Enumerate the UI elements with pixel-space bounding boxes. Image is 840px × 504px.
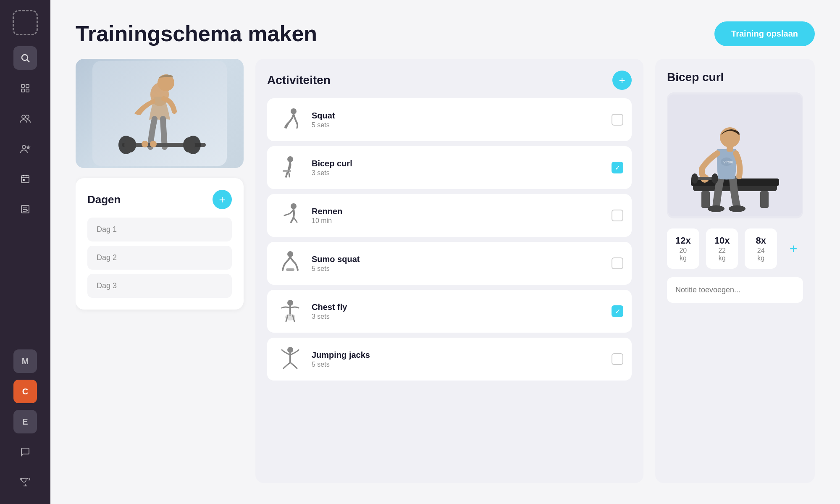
svg-rect-14 [23, 179, 24, 181]
activity-checkbox[interactable] [612, 257, 623, 269]
set-reps: 10x [714, 235, 730, 246]
activity-name: Sumo squat [312, 255, 605, 264]
calendar-icon[interactable] [13, 167, 37, 191]
days-header: Dagen + [87, 190, 232, 209]
set-item[interactable]: 10x22 kg [706, 228, 738, 269]
svg-rect-3 [26, 84, 29, 87]
note-input[interactable] [667, 277, 803, 303]
activity-item[interactable]: Squat5 sets [267, 98, 632, 141]
activity-item[interactable]: Sumo squat5 sets [267, 242, 632, 285]
svg-line-1 [27, 60, 30, 63]
grid-icon[interactable] [13, 76, 37, 100]
activity-item[interactable]: Jumping jacks5 sets [267, 338, 632, 381]
page-title: Trainingschema maken [76, 21, 317, 46]
svg-rect-2 [21, 84, 24, 87]
activity-checkbox[interactable] [612, 353, 623, 365]
left-panel: Dagen + Dag 1Dag 2Dag 3 [76, 59, 244, 483]
trophy-icon[interactable] [13, 470, 37, 494]
svg-point-33 [287, 251, 293, 257]
add-activity-button[interactable]: + [612, 71, 632, 90]
activity-detail: 5 sets [312, 121, 605, 129]
group-icon[interactable] [13, 107, 37, 130]
svg-rect-31 [283, 170, 291, 172]
activity-info: Bicep curl3 sets [312, 159, 605, 177]
svg-point-51 [691, 173, 698, 184]
svg-point-52 [711, 173, 718, 184]
set-item[interactable]: 12x20 kg [667, 228, 699, 269]
day-item[interactable]: Dag 3 [87, 274, 232, 298]
svg-point-37 [287, 347, 293, 353]
svg-point-0 [22, 55, 28, 60]
activity-name: Squat [312, 111, 605, 121]
svg-point-30 [287, 156, 293, 162]
bicep-curl-figure: Virtue [668, 94, 802, 216]
svg-rect-41 [760, 191, 769, 208]
set-reps: 8x [753, 235, 769, 246]
activity-figure [276, 105, 305, 134]
svg-point-6 [22, 115, 25, 118]
activity-item[interactable]: Chest fly3 sets✓ [267, 290, 632, 333]
svg-rect-40 [701, 191, 710, 208]
svg-rect-34 [286, 268, 294, 271]
svg-point-27 [142, 141, 148, 147]
activities-panel: Activiteiten + Squat5 setsBicep curl3 se… [255, 59, 643, 483]
svg-rect-5 [26, 89, 29, 92]
svg-rect-10 [21, 176, 29, 183]
activity-checkbox[interactable] [612, 210, 623, 221]
activities-list: Squat5 setsBicep curl3 sets✓Rennen10 min… [267, 98, 632, 471]
search-icon[interactable] [13, 46, 37, 70]
chat-icon[interactable] [13, 440, 37, 464]
svg-point-43 [708, 205, 724, 212]
activity-name: Chest fly [312, 302, 605, 312]
activity-detail: 3 sets [312, 313, 605, 320]
exercise-image: Virtue [667, 92, 803, 218]
svg-text:Virtue: Virtue [723, 160, 733, 164]
svg-rect-4 [21, 89, 24, 92]
svg-point-32 [291, 203, 297, 209]
svg-point-8 [22, 145, 26, 149]
star-user-icon[interactable] [13, 137, 37, 160]
day-item[interactable]: Dag 2 [87, 246, 232, 270]
set-item[interactable]: 8x24 kg [745, 228, 777, 269]
svg-point-29 [291, 108, 297, 114]
sets-row: 12x20 kg10x22 kg8x24 kg+ [667, 228, 803, 269]
e-avatar[interactable]: E [13, 410, 37, 433]
activity-figure [276, 249, 305, 278]
exercise-detail-panel: Bicep curl [655, 59, 815, 483]
svg-point-24 [124, 137, 136, 152]
m-avatar[interactable]: M [13, 349, 37, 373]
days-card: Dagen + Dag 1Dag 2Dag 3 [76, 178, 244, 310]
set-weight: 22 kg [714, 247, 730, 262]
days-title: Dagen [87, 193, 121, 206]
days-list: Dag 1Dag 2Dag 3 [87, 218, 232, 298]
activity-checkbox[interactable]: ✓ [612, 162, 623, 173]
activity-detail: 5 sets [312, 361, 605, 368]
activity-item[interactable]: Rennen10 min [267, 194, 632, 237]
sidebar: M C E [0, 0, 50, 504]
activity-checkbox[interactable]: ✓ [612, 305, 623, 317]
activity-detail: 3 sets [312, 169, 605, 177]
activity-info: Jumping jacks5 sets [312, 350, 605, 368]
activity-checkbox[interactable] [612, 114, 623, 126]
activity-name: Rennen [312, 207, 605, 216]
activities-title: Activiteiten [267, 74, 331, 87]
logo-icon [13, 10, 38, 35]
activity-item[interactable]: Bicep curl3 sets✓ [267, 146, 632, 189]
svg-point-44 [729, 205, 746, 212]
svg-point-7 [26, 115, 29, 118]
activity-figure [276, 344, 305, 374]
svg-point-28 [150, 141, 157, 147]
add-set-button[interactable]: + [784, 239, 803, 258]
activity-info: Squat5 sets [312, 111, 605, 129]
content-row: Dagen + Dag 1Dag 2Dag 3 Activiteiten + S… [76, 59, 815, 483]
c-avatar[interactable]: C [13, 380, 37, 403]
save-button[interactable]: Training opslaan [714, 21, 815, 46]
activity-name: Bicep curl [312, 159, 605, 168]
day-item[interactable]: Dag 1 [87, 218, 232, 242]
svg-point-35 [287, 300, 293, 306]
activity-info: Sumo squat5 sets [312, 255, 605, 273]
exercise-title: Bicep curl [667, 71, 803, 84]
checklist-icon[interactable] [13, 197, 37, 221]
activity-name: Jumping jacks [312, 350, 605, 360]
add-day-button[interactable]: + [213, 190, 232, 209]
